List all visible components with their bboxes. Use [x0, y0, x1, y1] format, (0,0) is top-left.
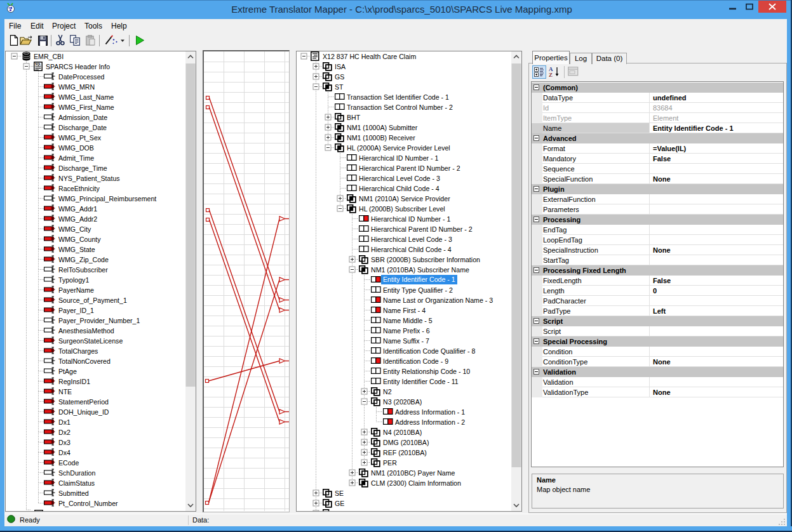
svg-text:Z: Z: [549, 72, 553, 78]
svg-text:SQL: SQL: [35, 63, 41, 66]
